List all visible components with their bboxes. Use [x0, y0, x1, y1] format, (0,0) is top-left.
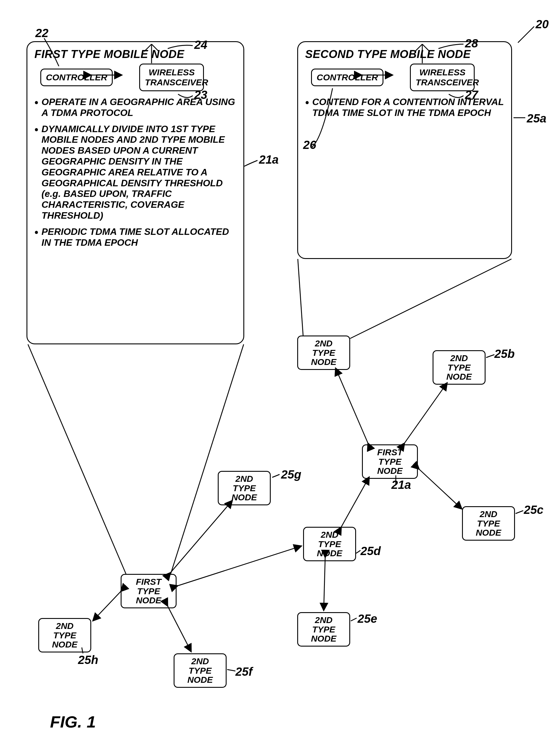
node-25c: 2ND TYPE NODE — [462, 506, 515, 541]
svg-line-15 — [178, 546, 302, 586]
first-type-detail-box: FIRST TYPE MOBILE NODE CONTROLLER WIRELE… — [26, 41, 244, 344]
svg-line-9 — [171, 344, 244, 574]
svg-line-18 — [336, 368, 368, 443]
node-25d: 2ND TYPE NODE — [303, 527, 356, 561]
first-bullets: OPERATE IN A GEOGRAPHIC AREA USING A TDM… — [35, 97, 236, 248]
ref-25b: 25b — [494, 347, 515, 360]
ref-25g: 25g — [281, 468, 301, 481]
ref-25f: 25f — [235, 665, 253, 678]
ref-25h: 25h — [78, 653, 98, 667]
figure-label: FIG. 1 — [50, 712, 96, 731]
bullet-periodic: PERIODIC TDMA TIME SLOT ALLOCATED IN THE… — [35, 226, 236, 248]
ref-20: 20 — [536, 18, 549, 31]
svg-line-12 — [93, 592, 121, 621]
ref-21a-node: 21a — [392, 478, 411, 492]
ref-25a-detail: 25a — [527, 112, 546, 125]
svg-line-20 — [419, 470, 462, 509]
ref-24: 24 — [194, 38, 207, 52]
second-type-detail-box: SECOND TYPE MOBILE NODE CONTROLLER WIREL… — [297, 41, 512, 259]
svg-line-14 — [171, 500, 233, 572]
second-transceiver-box: WIRELESS TRANSCEIVER — [410, 64, 475, 91]
first-type-node-right: FIRST TYPE NODE — [362, 444, 418, 479]
svg-line-19 — [405, 382, 447, 443]
first-type-node-left: FIRST TYPE NODE — [121, 574, 177, 608]
ref-25e: 25e — [358, 612, 377, 626]
node-25f: 2ND TYPE NODE — [174, 653, 226, 688]
second-controller-box: CONTROLLER — [311, 68, 383, 86]
first-transceiver-box: WIRELESS TRANSCEIVER — [139, 64, 204, 91]
svg-line-16 — [324, 558, 325, 611]
svg-line-17 — [341, 477, 369, 527]
node-25a: 2ND TYPE NODE — [297, 336, 350, 370]
first-controller-box: CONTROLLER — [40, 68, 113, 86]
ref-23: 23 — [194, 88, 207, 101]
svg-line-10 — [298, 259, 303, 336]
node-25b: 2ND TYPE NODE — [433, 350, 485, 385]
svg-line-8 — [28, 344, 126, 574]
ref-25d: 25d — [360, 544, 381, 558]
ref-27: 27 — [465, 88, 478, 101]
node-25e: 2ND TYPE NODE — [297, 612, 350, 647]
node-25h: 2ND TYPE NODE — [38, 618, 91, 653]
svg-line-11 — [350, 259, 512, 338]
ref-22: 22 — [35, 26, 48, 40]
ref-26: 26 — [303, 138, 316, 152]
ref-28: 28 — [465, 37, 478, 50]
ref-25c: 25c — [524, 503, 543, 516]
ref-21a-detail: 21a — [259, 153, 279, 166]
node-25g: 2ND TYPE NODE — [218, 471, 271, 505]
bullet-divide: DYNAMICALLY DIVIDE INTO 1ST TYPE MOBILE … — [35, 124, 236, 221]
svg-line-13 — [168, 606, 191, 652]
